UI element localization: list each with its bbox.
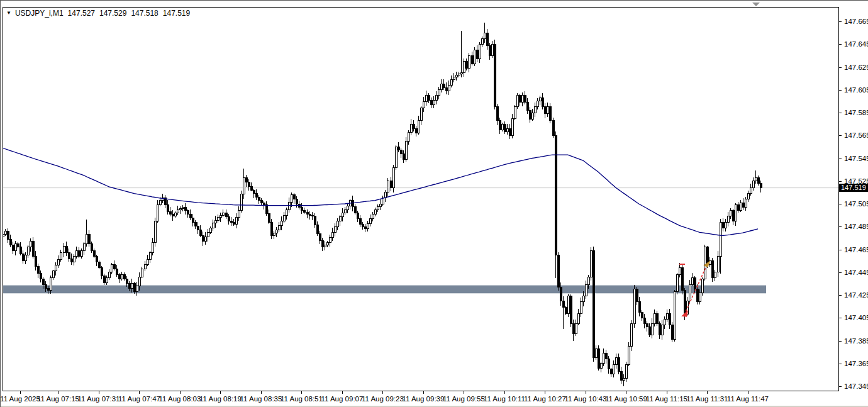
candle-body xyxy=(595,348,597,358)
candle-body xyxy=(565,308,567,313)
candle-body xyxy=(423,102,425,108)
candle-body xyxy=(47,288,49,291)
collapse-icon[interactable]: ▼ xyxy=(6,10,11,16)
candle-body xyxy=(750,188,752,194)
candle-body xyxy=(398,147,399,150)
candle-body xyxy=(101,268,103,276)
quote-low: 147.518 xyxy=(131,9,158,18)
candle-body xyxy=(138,277,140,286)
candle-body xyxy=(562,301,564,308)
candle-body xyxy=(369,219,371,224)
candle-body xyxy=(618,358,620,372)
candle-body xyxy=(14,243,16,250)
candle-body xyxy=(377,207,379,210)
candle-body xyxy=(364,226,366,229)
candle-body xyxy=(311,215,313,216)
candle-body xyxy=(720,222,721,256)
candle-body xyxy=(225,213,227,217)
candle-body xyxy=(303,211,305,213)
candle-body xyxy=(265,205,267,214)
candle-body xyxy=(60,253,62,260)
candle-body xyxy=(575,323,577,333)
candle-body xyxy=(314,216,316,225)
candle-body xyxy=(301,207,303,210)
candle-body xyxy=(542,98,543,107)
candle-body xyxy=(230,221,232,223)
price-tick-label: 147.485 xyxy=(844,223,868,230)
time-tick-label: 11 Aug 07:15 xyxy=(37,395,79,403)
candle-body xyxy=(664,319,665,325)
price-chart[interactable]: 147.665147.645147.625147.605147.585147.5… xyxy=(1,1,868,407)
candle-body xyxy=(258,197,260,200)
candle-body xyxy=(329,237,331,242)
candle-body xyxy=(52,271,54,278)
candle-body xyxy=(400,150,402,153)
candle-body xyxy=(342,213,343,217)
candle-body xyxy=(539,98,541,101)
candle-body xyxy=(747,194,749,199)
time-tick-label: 11 Aug 09:55 xyxy=(443,395,485,403)
candle-body xyxy=(633,289,635,323)
candle-body xyxy=(628,347,630,365)
candle-body xyxy=(544,107,546,114)
candle-body xyxy=(455,75,457,77)
candle-body xyxy=(70,259,72,262)
candle-body xyxy=(717,256,719,272)
trade-tp-dash[interactable] xyxy=(679,264,685,265)
candle-body xyxy=(281,221,282,225)
candle-body xyxy=(309,214,311,215)
candle-body xyxy=(491,44,493,55)
candle-body xyxy=(593,250,594,357)
candle-body xyxy=(390,181,392,188)
candle-body xyxy=(479,44,481,59)
candle-body xyxy=(57,260,59,265)
candle-body xyxy=(73,256,75,262)
candle-body xyxy=(598,348,599,368)
candle-body xyxy=(453,77,455,80)
candle-body xyxy=(722,222,724,228)
candle-body xyxy=(440,84,442,90)
time-tick-label: 11 Aug 11:31 xyxy=(686,395,728,403)
candle-body xyxy=(86,235,87,244)
candle-body xyxy=(395,147,397,167)
price-axis[interactable]: 147.665147.645147.625147.605147.585147.5… xyxy=(839,18,868,390)
candle-body xyxy=(560,287,562,301)
candle-body xyxy=(465,61,467,68)
candle-body xyxy=(75,250,77,256)
candle-body xyxy=(420,108,422,121)
candle-body xyxy=(623,378,625,381)
time-axis[interactable]: 11 Aug 202511 Aug 07:1511 Aug 07:3111 Au… xyxy=(1,391,769,403)
candle-body xyxy=(433,100,435,104)
candle-body xyxy=(22,254,24,261)
moving-average-line[interactable] xyxy=(3,148,758,236)
candle-body xyxy=(235,218,237,225)
candle-body xyxy=(334,226,336,232)
candle-body xyxy=(699,293,701,302)
candle-body xyxy=(445,87,447,91)
candle-body xyxy=(194,222,196,226)
chart-shift-marker-icon[interactable] xyxy=(752,3,760,6)
candle-body xyxy=(585,285,587,296)
price-tick-label: 147.405 xyxy=(844,314,868,321)
candle-body xyxy=(486,33,488,45)
candle-body xyxy=(197,226,199,230)
candle-body xyxy=(253,190,255,193)
candle-body xyxy=(184,207,186,210)
candle-body xyxy=(430,100,432,104)
candle-body xyxy=(463,61,465,72)
candle-body xyxy=(128,284,130,288)
candle-body xyxy=(81,250,82,256)
candle-body xyxy=(572,323,574,333)
candle-body xyxy=(689,285,691,301)
candle-body xyxy=(514,107,516,118)
candle-body xyxy=(484,33,486,38)
candle-body xyxy=(582,296,584,302)
candle-body xyxy=(613,365,615,374)
supply-demand-zone[interactable] xyxy=(3,286,766,294)
time-tick-label: 11 Aug 09:39 xyxy=(402,395,444,403)
candle-body xyxy=(450,79,452,85)
chart-title: ▼ USDJPY_i,M1 147.527 147.529 147.518 14… xyxy=(6,9,190,18)
candle-body xyxy=(732,211,734,221)
candle-body xyxy=(344,209,346,213)
candle-body xyxy=(243,177,245,194)
